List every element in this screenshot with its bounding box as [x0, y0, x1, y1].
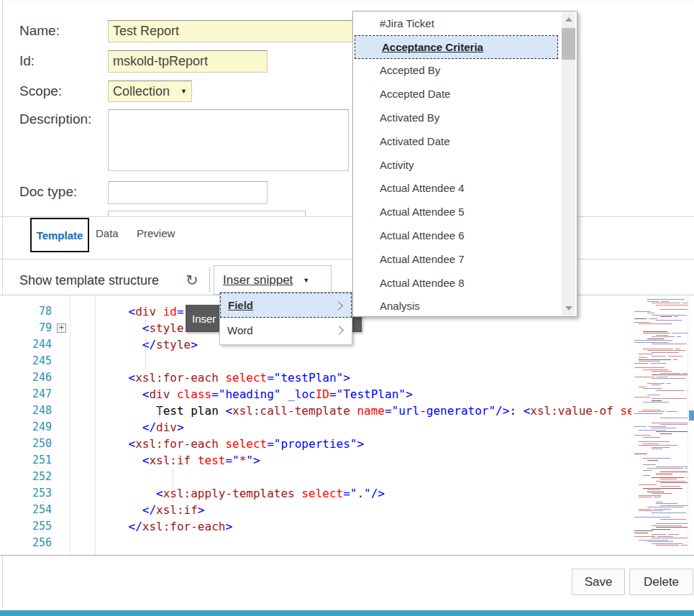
- code-line[interactable]: <div class="heading" _locID="TestPlan">: [101, 386, 631, 403]
- code-line[interactable]: </xsl:for-each>: [101, 518, 631, 535]
- line-number: 253: [0, 485, 52, 502]
- tabstrip-bottom-divider: [0, 259, 694, 259]
- field-list-item[interactable]: Activated By: [353, 106, 558, 129]
- name-label: Name:: [19, 23, 60, 39]
- scope-label: Scope:: [19, 83, 62, 99]
- minimap-scroll-marker[interactable]: [689, 410, 694, 420]
- fold-expand-icon[interactable]: +: [57, 323, 66, 333]
- field-list-item[interactable]: Analysis: [353, 295, 558, 317]
- clipped-input[interactable]: [108, 211, 306, 216]
- insert-snippet-label: Inser snippet: [223, 273, 293, 288]
- code-line[interactable]: <xsl:apply-templates select="."/>: [101, 485, 631, 502]
- id-input[interactable]: [108, 50, 268, 73]
- scope-selected-value: Collection: [113, 84, 170, 99]
- doctype-input[interactable]: [108, 181, 268, 204]
- field-list-item[interactable]: Actual Attendee 8: [353, 271, 558, 295]
- show-template-structure-label: Show template structure: [19, 273, 159, 288]
- line-number: 252: [0, 469, 52, 485]
- code-line[interactable]: </style>: [101, 336, 631, 353]
- snippet-menu: FieldWord: [219, 292, 352, 345]
- minimap[interactable]: [631, 296, 688, 551]
- bottom-accent-bar: [0, 610, 694, 616]
- indent-guide: [145, 320, 146, 369]
- line-number: 248: [0, 403, 52, 419]
- snippet-menu-item-field[interactable]: Field: [220, 293, 352, 318]
- snippet-menu-item-word[interactable]: Word: [220, 318, 352, 343]
- line-number: 255: [0, 518, 52, 535]
- scroll-down-icon[interactable]: [565, 306, 572, 311]
- field-list-dropdown: #Jira TicketAcceptance CriteriaAccepted …: [352, 11, 577, 317]
- field-items: #Jira TicketAcceptance CriteriaAccepted …: [353, 12, 577, 317]
- scope-caret-icon: ▼: [181, 88, 187, 95]
- gutter-line-1: [70, 295, 70, 555]
- code-line[interactable]: <xsl:for-each select="properties">: [101, 436, 631, 452]
- description-textarea[interactable]: [108, 109, 349, 171]
- submenu-chevron-icon: [334, 326, 344, 335]
- submenu-chevron-icon: [334, 301, 343, 311]
- save-button[interactable]: Save: [572, 569, 625, 595]
- line-number: 256: [0, 535, 52, 551]
- field-list-item[interactable]: Accepted By: [353, 59, 558, 83]
- code-line[interactable]: <xsl:if test="*">: [101, 452, 631, 469]
- gutter-line-2: [95, 295, 96, 555]
- field-list-item[interactable]: Actual Attendee 6: [353, 224, 558, 247]
- line-number: 246: [0, 369, 52, 386]
- toolbar-separator: [209, 267, 210, 293]
- line-number: 78: [0, 303, 52, 320]
- tabstrip-top-divider: [0, 216, 694, 217]
- description-label: Description:: [19, 111, 91, 127]
- field-list-item[interactable]: Activity: [353, 153, 558, 177]
- field-list-item[interactable]: Activated Date: [353, 129, 558, 153]
- field-list-item[interactable]: Accepted Date: [353, 82, 558, 106]
- tab-template-label: Template: [37, 229, 83, 242]
- code-line[interactable]: [101, 535, 631, 551]
- code-line[interactable]: Test plan <xsl:call-template name="url-g…: [101, 403, 631, 419]
- line-number: 254: [0, 502, 52, 518]
- code-line[interactable]: <xsl:for-each select="testPlan">: [101, 369, 631, 386]
- code-line[interactable]: [101, 353, 631, 369]
- field-list-item[interactable]: Actual Attendee 4: [353, 177, 558, 201]
- line-number: 251: [0, 452, 52, 469]
- tab-preview[interactable]: Preview: [137, 227, 175, 239]
- scope-select[interactable]: Collection ▼: [108, 81, 192, 102]
- doctype-label: Doc type:: [19, 184, 77, 200]
- field-list-scrollbar-thumb[interactable]: [562, 28, 575, 60]
- field-list-item[interactable]: #Jira Ticket: [353, 12, 558, 35]
- line-number: 244: [0, 336, 52, 353]
- indent-guide: [173, 469, 173, 501]
- id-label: Id:: [19, 53, 35, 69]
- indent-guide: [159, 403, 160, 418]
- delete-button[interactable]: Delete: [629, 569, 693, 595]
- minimap-separator: [688, 296, 688, 551]
- refresh-icon[interactable]: ↻: [186, 273, 198, 288]
- field-list-item[interactable]: Actual Attendee 5: [353, 200, 558, 224]
- line-number: 245: [0, 353, 52, 369]
- panel-top-border: [6, 1, 694, 1]
- line-number: 79: [0, 320, 52, 336]
- insert-snippet-button[interactable]: Inser snippet ▼: [214, 265, 332, 295]
- field-list-item[interactable]: Actual Attendee 7: [353, 247, 558, 271]
- tab-template[interactable]: Template: [30, 218, 89, 252]
- template-editor-page: Name: Id: Scope: Collection ▼ Descriptio…: [0, 0, 694, 616]
- code-line[interactable]: [101, 469, 631, 485]
- field-list-item[interactable]: Acceptance Criteria: [355, 35, 558, 59]
- code-line[interactable]: <style: [101, 320, 631, 336]
- code-line[interactable]: </div>: [101, 419, 631, 436]
- insert-snippet-caret-icon: ▼: [303, 277, 309, 284]
- line-number: 247: [0, 386, 52, 403]
- scroll-up-icon[interactable]: [565, 17, 572, 22]
- line-number: 249: [0, 419, 52, 436]
- tab-data[interactable]: Data: [96, 227, 119, 239]
- code-line[interactable]: </xsl:if>: [101, 502, 631, 518]
- insert-tooltip-text: Inser: [192, 313, 216, 325]
- line-number: 250: [0, 436, 52, 452]
